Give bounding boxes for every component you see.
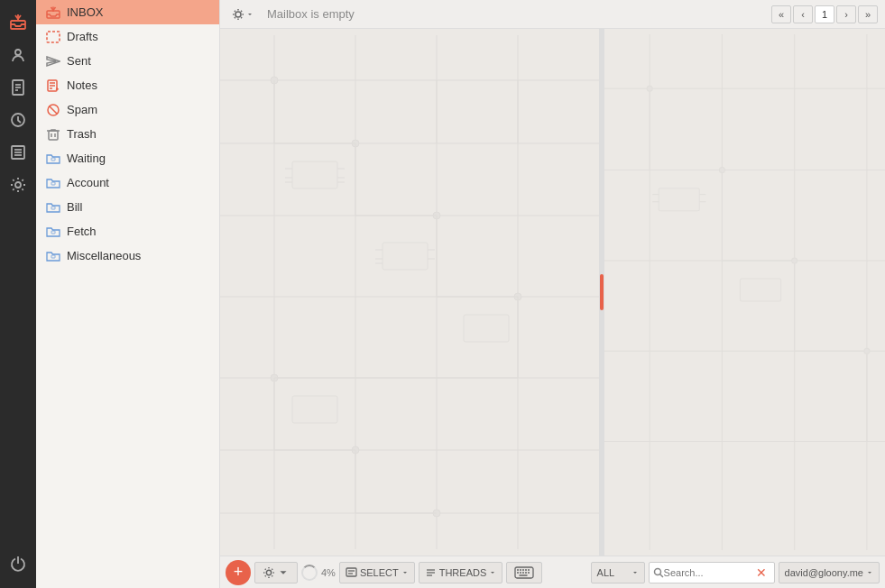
email-list-panel xyxy=(220,29,599,556)
top-toolbar: Mailbox is empty « ‹ 1 › » xyxy=(220,0,885,29)
settings-dropdown-btn[interactable] xyxy=(227,6,258,23)
divider-handle xyxy=(600,274,604,310)
preview-panel xyxy=(604,29,885,556)
iconbar-notes[interactable] xyxy=(2,72,34,103)
main-email-area xyxy=(220,29,885,556)
account-selector[interactable]: david@gloony.me xyxy=(779,562,880,583)
sidebar-notes-label: Notes xyxy=(67,78,97,92)
sidebar-item-notes[interactable]: Notes xyxy=(36,73,219,97)
svg-rect-86 xyxy=(346,568,356,576)
iconbar-settings[interactable] xyxy=(2,170,34,200)
sidebar-bill-label: Bill xyxy=(67,200,82,214)
svg-rect-53 xyxy=(464,315,509,342)
svg-rect-54 xyxy=(292,396,337,423)
sidebar: INBOX Drafts Sent xyxy=(36,0,220,588)
svg-point-12 xyxy=(15,182,21,188)
sidebar-item-inbox[interactable]: INBOX xyxy=(36,0,219,24)
bottom-right-controls: ALL ✕ david@gloony.me xyxy=(591,562,880,583)
account-folder-icon xyxy=(45,175,61,191)
fetch-folder-icon xyxy=(45,224,61,240)
page-number: 1 xyxy=(815,5,834,23)
svg-point-85 xyxy=(266,570,271,574)
all-label: ALL xyxy=(597,567,615,578)
app-container: INBOX Drafts Sent xyxy=(0,0,885,588)
drafts-icon xyxy=(45,29,61,45)
svg-line-105 xyxy=(659,574,663,577)
svg-point-77 xyxy=(792,258,797,263)
search-input[interactable] xyxy=(664,567,754,578)
first-page-btn[interactable]: « xyxy=(771,5,791,23)
bill-folder-icon xyxy=(45,199,61,216)
svg-rect-27 xyxy=(51,158,55,161)
svg-rect-80 xyxy=(740,279,780,301)
sidebar-item-sent[interactable]: Sent xyxy=(36,49,219,73)
svg-point-76 xyxy=(719,168,724,173)
preview-background xyxy=(604,29,885,556)
search-bar: ✕ xyxy=(649,562,775,583)
threads-dropdown[interactable]: THREADS xyxy=(419,562,503,583)
iconbar-power[interactable] xyxy=(2,548,34,579)
sidebar-item-spam[interactable]: Spam xyxy=(36,97,219,122)
iconbar-inbox[interactable] xyxy=(2,7,34,38)
progress-area: 4% xyxy=(301,565,336,581)
sidebar-item-fetch[interactable]: Fetch xyxy=(36,219,219,243)
iconbar-list[interactable] xyxy=(2,137,34,168)
inbox-icon xyxy=(45,5,61,21)
svg-rect-52 xyxy=(383,243,428,270)
sidebar-item-waiting[interactable]: Waiting xyxy=(36,146,219,170)
svg-point-104 xyxy=(654,568,660,574)
bottom-bar: + 4% xyxy=(220,556,885,588)
select-dropdown[interactable]: SELECT xyxy=(339,562,415,583)
svg-rect-23 xyxy=(49,131,58,140)
svg-rect-30 xyxy=(51,231,55,234)
sidebar-item-account[interactable]: Account xyxy=(36,170,219,195)
sidebar-waiting-label: Waiting xyxy=(67,152,106,165)
settings-gear-group xyxy=(254,562,298,583)
account-email: david@gloony.me xyxy=(785,567,863,578)
svg-point-2 xyxy=(15,50,21,55)
sidebar-inbox-label: INBOX xyxy=(67,5,103,19)
sidebar-drafts-label: Drafts xyxy=(67,30,98,43)
sidebar-item-drafts[interactable]: Drafts xyxy=(36,24,219,49)
svg-rect-31 xyxy=(51,255,55,258)
notes-icon xyxy=(45,78,61,94)
iconbar-activity[interactable] xyxy=(2,105,34,135)
svg-rect-79 xyxy=(659,188,699,211)
settings-gear-btn[interactable] xyxy=(254,562,298,583)
sidebar-item-bill[interactable]: Bill xyxy=(36,195,219,219)
svg-point-32 xyxy=(235,12,241,17)
svg-point-75 xyxy=(647,86,652,91)
prev-page-btn[interactable]: ‹ xyxy=(793,5,813,23)
content-area: Mailbox is empty « ‹ 1 › » xyxy=(220,0,885,588)
all-filter-dropdown[interactable]: ALL xyxy=(591,562,645,583)
trash-icon xyxy=(45,126,61,142)
svg-rect-29 xyxy=(51,207,55,209)
sidebar-spam-label: Spam xyxy=(67,103,97,116)
iconbar-contacts[interactable] xyxy=(2,40,34,70)
search-clear-btn[interactable]: ✕ xyxy=(756,565,767,580)
last-page-btn[interactable]: » xyxy=(858,5,878,23)
svg-rect-51 xyxy=(292,161,337,188)
sent-icon xyxy=(45,53,61,69)
select-label: SELECT xyxy=(360,567,399,578)
sidebar-miscellaneous-label: Miscellaneous xyxy=(67,249,141,262)
svg-rect-28 xyxy=(51,182,55,185)
next-page-btn[interactable]: › xyxy=(836,5,856,23)
threads-label: THREADS xyxy=(439,567,487,578)
bottom-left-controls: + 4% xyxy=(226,560,542,585)
sidebar-item-miscellaneous[interactable]: Miscellaneous xyxy=(36,243,219,268)
sidebar-item-trash[interactable]: Trash xyxy=(36,122,219,146)
svg-rect-16 xyxy=(47,32,60,42)
waiting-folder-icon xyxy=(45,151,61,167)
sidebar-trash-label: Trash xyxy=(67,127,97,141)
keyboard-btn[interactable] xyxy=(506,562,542,583)
icon-bar xyxy=(0,0,36,588)
spam-icon xyxy=(45,102,61,118)
progress-circle xyxy=(301,565,318,581)
add-button[interactable]: + xyxy=(226,560,251,585)
progress-percent: 4% xyxy=(321,567,336,578)
svg-line-22 xyxy=(50,106,58,114)
miscellaneous-folder-icon xyxy=(45,248,61,264)
pagination: « ‹ 1 › » xyxy=(771,5,878,23)
sidebar-account-label: Account xyxy=(67,176,109,189)
